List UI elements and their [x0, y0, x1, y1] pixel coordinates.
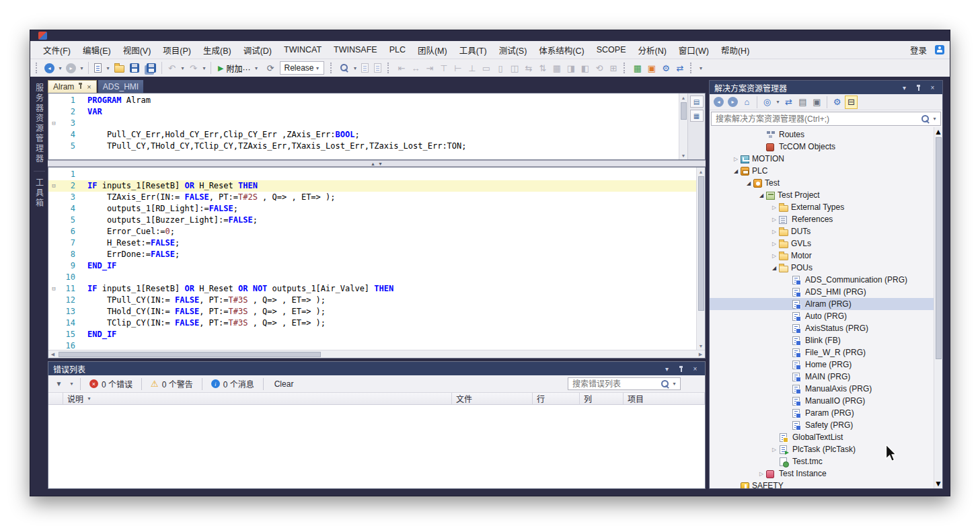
se-home-icon[interactable]: ⌂	[741, 96, 753, 109]
align-bottom-edges-icon[interactable]: ⊥	[465, 61, 478, 75]
tree-item-test-instance[interactable]: ▷Test Instance	[710, 467, 942, 480]
pin-icon[interactable]	[676, 364, 686, 373]
code-line-4[interactable]: 4 outputs_1[RD_Light]:=FALSE;	[48, 203, 696, 215]
solution-tree-scrollbar[interactable]: ▲ ▼	[934, 127, 942, 488]
menu-item-SCOPE[interactable]: SCOPE	[591, 41, 632, 59]
code-line-15[interactable]: 15END_IF	[48, 329, 696, 340]
warnings-filter-button[interactable]: ⚠ 0 个警告	[147, 378, 196, 389]
new-file-icon[interactable]	[94, 63, 102, 73]
column-column[interactable]: 列	[580, 393, 624, 404]
save-icon[interactable]	[130, 63, 139, 73]
se-copy-icon[interactable]: ▣	[811, 96, 823, 109]
se-show-all-files-icon[interactable]: ▤	[796, 96, 809, 109]
code-line-3[interactable]: ⊟3	[48, 118, 679, 129]
tree-item-test[interactable]: ◢Test	[710, 177, 942, 189]
scrollbar-thumb[interactable]	[59, 352, 321, 357]
column-selector[interactable]	[48, 393, 63, 404]
se-scope-caret[interactable]: ▾	[775, 99, 781, 105]
search-caret[interactable]: ▾	[671, 381, 677, 387]
pin-icon[interactable]	[913, 83, 924, 92]
tree-item-main-prg-[interactable]: MAIN (PRG)	[710, 371, 942, 383]
new-file-caret[interactable]: ▾	[105, 65, 111, 71]
expander-icon[interactable]: ▷	[769, 241, 779, 247]
code-line-10[interactable]: 10	[48, 272, 696, 283]
code-line-1[interactable]: 1	[48, 169, 696, 180]
same-size-icon[interactable]: ◫	[508, 61, 521, 75]
code-line-4[interactable]: 4 Pull_CY_Err,Hold_CY_Err,Clip_CY_Err ,Z…	[48, 129, 679, 141]
window-position-caret[interactable]: ▾	[899, 83, 909, 92]
tree-item-plc[interactable]: ◢PLC	[710, 165, 942, 177]
tree-item-manualio-prg-[interactable]: ManualIO (PRG)	[710, 395, 942, 407]
code-line-11[interactable]: ⊟11IF inputs_1[ResetB] OR H_Reset OR NOT…	[48, 283, 696, 295]
undo-icon[interactable]: ↶	[165, 61, 178, 75]
se-collapse-all-icon[interactable]: ⊟	[845, 96, 858, 109]
tree-item-test-project[interactable]: ◢Test Project	[710, 189, 942, 201]
align-centers-icon[interactable]: ↔	[409, 61, 422, 75]
redo-caret[interactable]: ▾	[201, 65, 207, 71]
tree-item-tccom-objects[interactable]: TcCOM Objects	[710, 141, 942, 153]
toolbar-grip[interactable]	[36, 63, 39, 73]
code-line-2[interactable]: 2VAR	[48, 106, 679, 118]
menu-item-编辑(E)[interactable]: 编辑(E)	[77, 41, 117, 59]
target-system-icon[interactable]: ▣	[645, 61, 658, 75]
code-line-16[interactable]: 16	[48, 340, 696, 350]
tree-item-safety-prg-[interactable]: Safety (PRG)	[710, 419, 942, 431]
navigate-backward-caret[interactable]: ▾	[57, 65, 63, 71]
implementation-vertical-scrollbar[interactable]: ▲ ▼	[696, 167, 705, 350]
filter-icon[interactable]: ▼	[52, 377, 65, 391]
expander-icon[interactable]: ◢	[769, 265, 779, 271]
navigate-backward-icon[interactable]: ◂	[44, 63, 54, 73]
bring-to-front-icon[interactable]: ◨	[564, 61, 577, 75]
menu-item-TWINCAT[interactable]: TWINCAT	[278, 41, 328, 59]
menu-item-TWINSAFE[interactable]: TWINSAFE	[328, 41, 383, 59]
same-width-icon[interactable]: ▭	[480, 61, 492, 75]
menu-item-团队(M)[interactable]: 团队(M)	[412, 41, 453, 59]
column-file[interactable]: 文件	[452, 393, 533, 404]
menu-item-调试(D)[interactable]: 调试(D)	[237, 41, 278, 59]
tree-item-motor[interactable]: ▷Motor	[710, 250, 942, 262]
tree-item-home-prg-[interactable]: Home (PRG)	[710, 359, 942, 371]
se-properties-icon[interactable]: ⚙	[831, 96, 843, 109]
document-icon[interactable]	[361, 63, 369, 73]
tree-item-globaltextlist[interactable]: GlobalTextList	[710, 431, 942, 443]
code-line-5[interactable]: 5 outputs_1[Buzzer_Light]:=FALSE;	[48, 215, 696, 226]
tabular-view-button[interactable]: ▦	[690, 110, 704, 122]
scrollbar-thumb[interactable]	[681, 102, 687, 120]
tree-item-test-tmc[interactable]: Test.tmc	[710, 455, 942, 467]
side-tab-服务器资源管理器[interactable]: 服务器资源管理器	[34, 77, 45, 171]
declaration-vertical-scrollbar[interactable]: ▲ ▼	[679, 93, 687, 159]
code-line-9[interactable]: 9END_IF	[48, 260, 696, 272]
scroll-left-arrow[interactable]: ◀	[48, 350, 57, 358]
toolbar-grip[interactable]	[690, 63, 693, 73]
expander-icon[interactable]: ◢	[757, 192, 766, 198]
code-line-6[interactable]: 6 Error_Cuel:=0;	[48, 226, 696, 237]
attach-button[interactable]: ▶附加···▾	[215, 61, 262, 75]
error-list-header[interactable]: 错误列表 ▾ ×	[48, 362, 705, 375]
code-line-12[interactable]: 12 TPull_CY(IN:= FALSE, PT:=T#3S , Q=> ,…	[48, 295, 696, 306]
tree-item-auto-prg-[interactable]: Auto (PRG)	[710, 310, 942, 322]
close-icon[interactable]: ×	[928, 83, 938, 92]
column-line[interactable]: 行	[533, 393, 580, 404]
expander-icon[interactable]: ▷	[769, 253, 779, 259]
textual-view-button[interactable]: ▤	[690, 96, 704, 108]
menu-item-文件(F)[interactable]: 文件(F)	[37, 41, 77, 59]
close-icon[interactable]: ×	[87, 83, 91, 91]
window-position-caret[interactable]: ▾	[662, 364, 672, 373]
document-icon[interactable]	[374, 63, 381, 73]
splitter-up-arrow[interactable]: ▲	[371, 161, 375, 166]
code-line-5[interactable]: 5 TPull_CY,THold_CY,TClip_CY,TZAxis_Err,…	[48, 141, 679, 152]
expander-icon[interactable]: ▷	[769, 229, 779, 235]
splitter-down-arrow[interactable]: ▼	[378, 161, 383, 166]
implementation-horizontal-scrollbar[interactable]: ◀ ▶	[48, 350, 705, 358]
menu-item-帮助(H)[interactable]: 帮助(H)	[715, 41, 755, 59]
tab-ADS_HMI[interactable]: ADS_HMI	[98, 80, 143, 93]
toolbar-grip[interactable]	[387, 63, 391, 73]
expander-icon[interactable]: ◢	[744, 180, 753, 186]
title-bar[interactable]	[30, 30, 950, 41]
login-button[interactable]: 登录	[907, 44, 930, 57]
scroll-down-arrow[interactable]: ▼	[934, 479, 942, 488]
tab-Alram[interactable]: Alram×	[48, 80, 97, 93]
menu-item-视图(V)[interactable]: 视图(V)	[117, 41, 157, 59]
align-middles-icon[interactable]: ⊢	[451, 61, 464, 75]
code-line-14[interactable]: 14 TClip_CY(IN:= FALSE, PT:=T#3S , Q=> ,…	[48, 317, 696, 329]
